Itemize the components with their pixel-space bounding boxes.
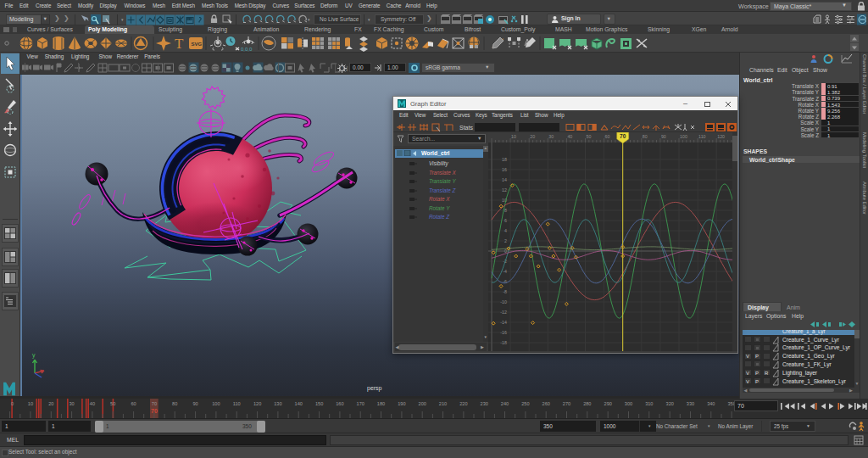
svg-text:310: 310	[645, 401, 653, 406]
svg-text:-16: -16	[500, 330, 507, 335]
svg-text:340: 340	[707, 401, 715, 406]
svg-text:120: 120	[253, 401, 261, 406]
svg-text:110: 110	[698, 134, 705, 139]
svg-text:20: 20	[530, 134, 535, 139]
svg-text:270: 270	[563, 401, 570, 406]
svg-text:330: 330	[687, 401, 694, 406]
svg-text:50: 50	[110, 401, 115, 406]
svg-text:230: 230	[481, 401, 488, 406]
svg-text:150: 150	[315, 401, 323, 406]
svg-text:-18: -18	[500, 340, 507, 345]
svg-text:70: 70	[151, 408, 158, 414]
svg-text:16: 16	[502, 167, 507, 172]
svg-text:2: 2	[504, 238, 507, 243]
svg-text:40: 40	[90, 401, 95, 406]
svg-text:60: 60	[131, 401, 136, 406]
svg-text:30: 30	[69, 401, 74, 406]
svg-text:SVG: SVG	[192, 42, 203, 47]
svg-text:80: 80	[172, 401, 177, 406]
svg-text:6: 6	[504, 218, 507, 223]
svg-text:190: 190	[398, 401, 405, 406]
svg-text:Stats: Stats	[459, 125, 473, 131]
svg-text:70: 70	[152, 401, 157, 406]
svg-text:40: 40	[567, 134, 572, 139]
svg-text:30: 30	[548, 134, 554, 139]
svg-text:8: 8	[504, 208, 507, 213]
svg-text:4: 4	[504, 228, 507, 233]
svg-text:persp: persp	[367, 385, 382, 392]
svg-text:12: 12	[502, 187, 507, 193]
svg-text:y: y	[32, 352, 36, 359]
svg-text:320: 320	[666, 401, 674, 406]
svg-text:90: 90	[192, 401, 198, 406]
svg-text:100: 100	[680, 134, 687, 139]
svg-text:20: 20	[48, 401, 53, 406]
svg-text:170: 170	[357, 401, 364, 406]
svg-text:0,0,0: 0,0,0	[241, 47, 253, 52]
svg-text:240: 240	[501, 401, 509, 406]
svg-text:80: 80	[643, 134, 648, 139]
svg-text:130: 130	[274, 401, 281, 406]
svg-text:0: 0	[504, 249, 507, 254]
svg-text:0: 0	[11, 401, 14, 406]
svg-text:180: 180	[377, 401, 385, 406]
svg-text:140: 140	[295, 401, 303, 406]
svg-text:110: 110	[233, 401, 241, 406]
svg-text:60: 60	[605, 134, 610, 139]
svg-text:250: 250	[521, 401, 529, 406]
svg-text:-8: -8	[503, 289, 507, 294]
svg-text:120: 120	[717, 134, 725, 139]
svg-text:300: 300	[625, 401, 632, 406]
svg-text:90: 90	[661, 134, 666, 139]
svg-text:14: 14	[502, 177, 507, 182]
svg-text:290: 290	[604, 401, 612, 406]
svg-text:100: 100	[212, 401, 220, 406]
svg-text:18: 18	[502, 157, 507, 162]
svg-text:220: 220	[459, 401, 467, 406]
svg-text:210: 210	[439, 401, 447, 406]
svg-text:280: 280	[583, 401, 591, 406]
svg-text:-10: -10	[500, 299, 507, 304]
svg-text:10: 10	[511, 134, 516, 139]
svg-text:-14: -14	[500, 320, 507, 325]
svg-text:70: 70	[620, 133, 626, 139]
svg-text:160: 160	[336, 401, 343, 406]
svg-text:T: T	[175, 36, 184, 52]
svg-text:200: 200	[419, 401, 426, 406]
svg-text:-12: -12	[500, 310, 507, 315]
svg-text:10: 10	[28, 401, 33, 406]
svg-text:260: 260	[542, 401, 550, 406]
svg-text:-4: -4	[503, 269, 507, 274]
svg-text:50: 50	[587, 134, 592, 139]
